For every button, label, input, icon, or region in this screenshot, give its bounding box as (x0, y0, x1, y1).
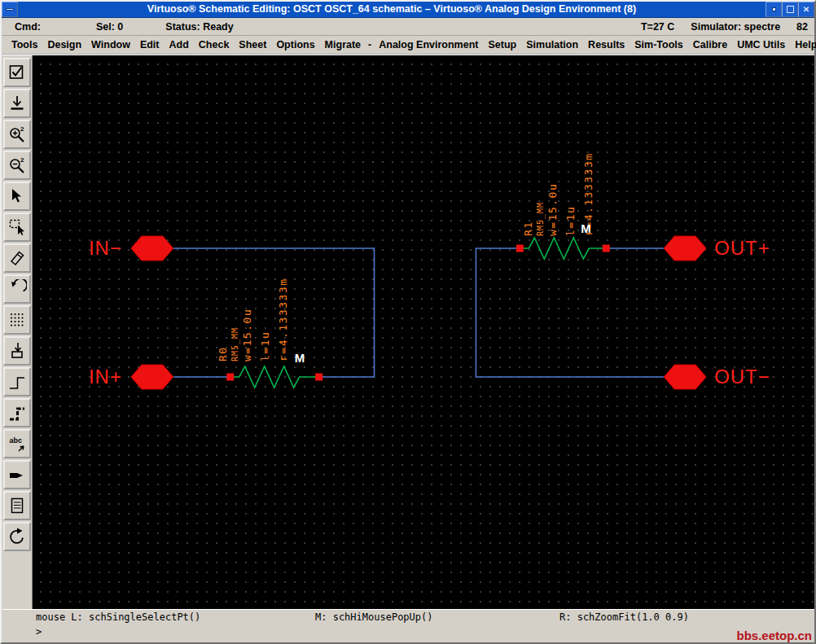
menu-edit[interactable]: Edit (135, 39, 165, 50)
pin-in-plus[interactable]: IN+ (89, 365, 173, 389)
save-button[interactable] (3, 89, 31, 118)
schematic-drawing: R0 RM5_MM w=15.0u l=1u r=4.133333m M R1 … (33, 55, 814, 609)
menu-window[interactable]: Window (86, 39, 135, 50)
mouse-middle-binding: M: schHiMousePopUp() (315, 611, 433, 623)
r1-terminal-left[interactable] (516, 245, 524, 252)
r0-resistance-label[interactable]: r=4.133333m (277, 278, 289, 361)
cmd-options-button[interactable] (3, 491, 31, 520)
pin-out-plus-label[interactable]: OUT+ (714, 237, 770, 259)
menu-sheet[interactable]: Sheet (234, 39, 271, 50)
menu-migrate[interactable]: Migrate (320, 39, 366, 50)
resistor-r1[interactable]: R1 RM5_MM w=15.0u l=1u r=4.133333m M (516, 152, 610, 259)
status-number: 82 (796, 21, 808, 33)
menu-tools[interactable]: Tools (7, 39, 42, 50)
simulator-label: Simulator: spectre (691, 21, 780, 33)
watermark: bbs.eetop.cn (736, 629, 812, 642)
wire-narrow-icon (7, 372, 27, 392)
undo-button[interactable] (3, 274, 31, 304)
status-bar: Cmd: Sel: 0 Status: Ready T=27 C Simulat… (2, 18, 814, 36)
r1-terminal-right[interactable] (603, 245, 610, 252)
stretch-button[interactable] (3, 182, 31, 211)
command-prompt[interactable]: > (2, 624, 814, 644)
pin-in-minus[interactable]: IN− (89, 236, 173, 261)
menu-sim-tools[interactable]: Sim-Tools (630, 39, 688, 50)
pin-out-minus-label[interactable]: OUT− (714, 366, 770, 388)
cmd-label: Cmd: (15, 21, 41, 33)
pin-icon (7, 465, 27, 484)
schematic-canvas[interactable]: R0 RM5_MM w=15.0u l=1u r=4.133333m M R1 … (33, 55, 814, 609)
pin-out-minus[interactable]: OUT− (664, 365, 770, 389)
wire-narrow-button[interactable] (3, 367, 31, 396)
minimize-button[interactable] (766, 2, 782, 17)
redraw-button[interactable] (3, 522, 31, 551)
mouse-right-binding: R: schZoomFit(1.0 0.9) (559, 611, 689, 623)
zoom-in-2x-button[interactable]: 2 (3, 120, 31, 149)
wire-wide-button[interactable] (3, 398, 31, 427)
wire-in-minus[interactable] (173, 248, 375, 377)
r1-width-label[interactable]: w=15.0u (546, 183, 559, 236)
menu-setup[interactable]: Setup (483, 39, 521, 50)
r0-length-label[interactable]: l=1u (259, 331, 271, 361)
property-icon (7, 310, 27, 330)
check-and-save-icon (7, 63, 27, 82)
wire-name-button[interactable]: abc (3, 429, 31, 458)
instance-icon (7, 341, 27, 361)
window-menu-button[interactable] (2, 2, 18, 17)
menu-results[interactable]: Results (583, 39, 630, 50)
menu-help[interactable]: Help (790, 39, 816, 50)
window-title: Virtuoso® Schematic Editing: OSCT OSCT_6… (18, 2, 766, 17)
menu-options[interactable]: Options (271, 39, 319, 50)
r0-mult-label[interactable]: M (295, 351, 305, 365)
menu-design[interactable]: Design (42, 39, 86, 50)
stretch-icon (7, 186, 27, 206)
r0-name-label[interactable]: R0 (217, 346, 229, 361)
pin-in-minus-label[interactable]: IN− (89, 237, 122, 259)
minimize-icon (772, 7, 776, 11)
menu-separator: - (366, 39, 374, 50)
menu-analog-environment[interactable]: Analog Environment (374, 39, 483, 50)
main-area: 2 2 (2, 55, 814, 609)
tool-palette: 2 2 (2, 55, 33, 609)
undo-icon (7, 279, 27, 299)
r1-model-label[interactable]: RM5_MM (536, 202, 546, 236)
menu-simulation[interactable]: Simulation (521, 39, 583, 50)
pin-out-plus[interactable]: OUT+ (664, 236, 770, 261)
zoom-out-2x-button[interactable]: 2 (3, 151, 31, 180)
svg-text:2: 2 (20, 125, 24, 133)
resistor-r0[interactable]: R0 RM5_MM w=15.0u l=1u r=4.133333m M (217, 278, 322, 388)
copy-button[interactable] (3, 212, 31, 242)
cmd-options-icon (7, 496, 27, 515)
menu-add[interactable]: Add (165, 39, 194, 50)
close-button[interactable]: ✕ (798, 2, 814, 17)
r1-length-label[interactable]: l=1u (564, 206, 577, 236)
wire-out-minus[interactable] (476, 248, 664, 377)
menu-check[interactable]: Check (194, 39, 235, 50)
maximize-button[interactable] (782, 2, 798, 17)
r1-mult-label[interactable]: M (581, 221, 590, 235)
menu-umc-utils[interactable]: UMC Utils (732, 39, 790, 50)
close-icon: ✕ (803, 6, 809, 14)
wire-wide-icon (7, 403, 27, 423)
r0-width-label[interactable]: w=15.0u (241, 309, 253, 361)
menu-calibre[interactable]: Calibre (688, 39, 732, 50)
property-button[interactable] (3, 305, 31, 335)
maximize-icon (787, 6, 794, 13)
wire-name-icon: abc (7, 434, 27, 453)
pin-in-plus-label[interactable]: IN+ (89, 366, 122, 388)
r0-model-label[interactable]: RM5_MM (230, 327, 240, 361)
pin-button[interactable] (3, 460, 31, 489)
mouse-bindings-bar: mouse L: schSingleSelectPt() M: schHiMou… (2, 609, 814, 624)
r0-terminal-right[interactable] (315, 374, 322, 381)
delete-button[interactable] (3, 243, 31, 273)
save-icon (7, 94, 27, 113)
status-text: Status: Ready (165, 21, 233, 33)
virtuoso-window: Virtuoso® Schematic Editing: OSCT OSCT_6… (0, 0, 816, 644)
r0-terminal-left[interactable] (226, 374, 234, 381)
mouse-left-binding: mouse L: schSingleSelectPt() (36, 611, 200, 623)
copy-icon (7, 217, 27, 237)
instance-button[interactable] (3, 336, 31, 366)
r1-name-label[interactable]: R1 (522, 221, 534, 236)
check-and-save-button[interactable] (3, 58, 31, 87)
delete-icon (7, 248, 27, 268)
svg-text:2: 2 (20, 156, 24, 164)
